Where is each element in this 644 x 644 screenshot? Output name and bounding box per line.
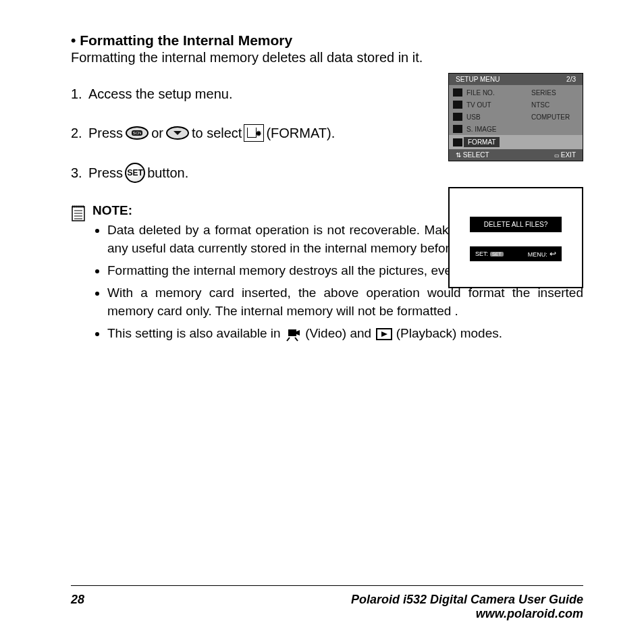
- menu-title: SETUP MENU: [456, 76, 500, 83]
- note-item: This setting is also available in (Video…: [107, 324, 583, 342]
- menu-row: S. IMAGE: [449, 123, 583, 135]
- footer-exit: EXIT: [554, 151, 576, 159]
- svg-marker-15: [381, 331, 387, 337]
- svg-text:SCN: SCN: [133, 131, 142, 135]
- section-intro: Formatting the internal memory deletes a…: [71, 50, 583, 65]
- set-button-icon: SET: [125, 163, 145, 183]
- note-icon: [71, 205, 86, 346]
- playback-mode-icon: [376, 328, 391, 340]
- menu-row: USBCOMPUTER: [449, 111, 583, 123]
- step-2: 2. Press SCN or to select (FORMAT).: [71, 124, 429, 142]
- confirm-menu: MENU:: [528, 249, 556, 259]
- section-heading: Formatting the Internal Memory: [71, 32, 583, 49]
- step-3: 3. Press SET button.: [71, 163, 429, 183]
- down-button-icon: [165, 126, 190, 140]
- video-mode-icon: [286, 328, 300, 340]
- footer-select: SELECT: [456, 151, 489, 159]
- lcd-confirm-dialog: DELETE ALL FILES? SET:SET MENU:: [448, 187, 583, 288]
- step-1: 1. Access the setup menu.: [71, 84, 429, 103]
- step-list: 1. Access the setup menu. 2. Press SCN o…: [71, 84, 429, 183]
- menu-row: TV OUTNTSC: [449, 99, 583, 111]
- scn-button-icon: SCN: [125, 126, 149, 140]
- menu-row-selected: FORMAT: [449, 135, 583, 149]
- menu-row: FILE NO.SERIES: [449, 86, 583, 99]
- footer-guide: Polaroid i532 Digital Camera User Guide …: [351, 593, 583, 621]
- page-footer: 28 Polaroid i532 Digital Camera User Gui…: [71, 585, 583, 621]
- svg-marker-11: [296, 330, 300, 336]
- note-item: With a memory card inserted, the above o…: [107, 284, 583, 320]
- format-icon: [244, 124, 264, 142]
- confirm-question: DELETE ALL FILES?: [470, 217, 562, 232]
- confirm-set: SET:SET: [475, 250, 504, 257]
- svg-rect-10: [288, 329, 296, 336]
- svg-line-12: [287, 338, 290, 341]
- lcd-setup-menu: SETUP MENU 2/3 FILE NO.SERIES TV OUTNTSC…: [448, 73, 583, 161]
- svg-line-13: [295, 338, 298, 341]
- menu-page: 2/3: [566, 76, 576, 83]
- step-1-text: Access the setup menu.: [88, 84, 232, 103]
- page-number: 28: [71, 593, 84, 621]
